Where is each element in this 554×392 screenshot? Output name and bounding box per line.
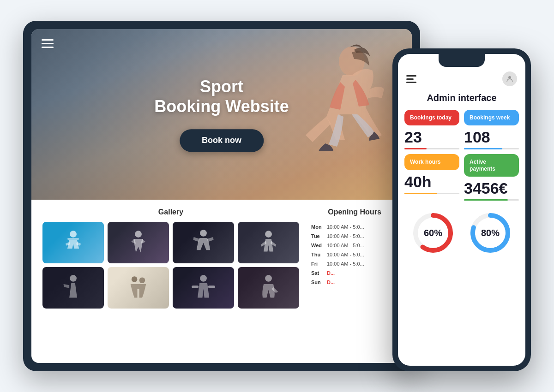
stat-label-bookings-week: Bookings week — [464, 110, 519, 125]
hours-row-tue: Tue 10:00 AM - 5:0... — [309, 232, 400, 240]
stat-bar-bookings-today — [404, 148, 459, 149]
gallery-item-3[interactable] — [173, 222, 234, 263]
svg-point-7 — [132, 276, 138, 282]
hours-row-sat: Sat D... — [309, 269, 400, 277]
phone-notch — [439, 54, 485, 67]
stat-bar-bookings-week — [464, 148, 519, 149]
svg-point-3 — [135, 231, 142, 238]
scene: Sport Booking Website Book now Gallery — [23, 12, 531, 380]
tablet-device: Sport Booking Website Book now Gallery — [23, 21, 420, 371]
phone-screen: Admin interface Bookings today 23 Bookin… — [398, 54, 525, 366]
stat-card-bookings-today: Bookings today 23 — [404, 110, 459, 149]
opening-hours-title: Opening Hours — [308, 208, 401, 216]
svg-point-8 — [139, 277, 145, 283]
phone-avatar[interactable] — [502, 71, 517, 86]
gallery-section: Gallery — [42, 208, 299, 355]
svg-rect-2 — [67, 238, 79, 240]
stat-card-active-payments: Active payments 3456€ — [464, 154, 519, 201]
hours-row-fri: Fri 10:00 AM - 5:0... — [309, 260, 400, 268]
stat-card-bookings-week: Bookings week 108 — [464, 110, 519, 149]
phone-header — [398, 67, 525, 91]
svg-point-13 — [508, 76, 511, 79]
gallery-grid — [42, 222, 299, 309]
svg-point-6 — [70, 275, 77, 282]
opening-hours-section: Opening Hours Mon 10:00 AM - 5:0... Tue … — [308, 208, 401, 355]
gallery-item-5[interactable] — [42, 267, 104, 309]
svg-point-9 — [200, 275, 207, 282]
hero-text-block: Sport Booking Website Book now — [154, 77, 289, 152]
hours-row-wed: Wed 10:00 AM - 5:0... — [309, 241, 400, 249]
tablet-screen: Sport Booking Website Book now Gallery — [31, 29, 412, 363]
stat-value-bookings-week: 108 — [464, 128, 519, 146]
stat-value-active-payments: 3456€ — [464, 179, 519, 197]
hero-title: Sport Booking Website — [154, 77, 289, 116]
phone-device: Admin interface Bookings today 23 Bookin… — [392, 48, 531, 371]
stats-grid: Bookings today 23 Bookings week 108 — [398, 110, 525, 201]
gallery-item-1[interactable] — [42, 222, 104, 263]
svg-point-5 — [265, 231, 272, 238]
gallery-item-7[interactable] — [173, 267, 234, 309]
donut-chart-80: 80% — [467, 210, 513, 361]
tablet-menu-icon[interactable] — [42, 39, 54, 48]
admin-interface-title: Admin interface — [398, 91, 525, 110]
svg-point-1 — [70, 231, 77, 238]
book-now-button[interactable]: Book now — [180, 130, 264, 152]
svg-rect-11 — [208, 285, 215, 288]
svg-rect-10 — [192, 285, 199, 288]
tablet-content: Gallery — [31, 200, 412, 363]
charts-row: 60% 80% — [398, 201, 525, 366]
stat-bar-work-hours — [404, 193, 459, 194]
gallery-item-8[interactable] — [238, 267, 299, 309]
donut-chart-60: 60% — [410, 210, 456, 361]
hours-row-mon: Mon 10:00 AM - 5:0... — [309, 223, 400, 231]
gallery-item-2[interactable] — [108, 222, 169, 263]
hours-row-sun: Sun D... — [309, 278, 400, 286]
svg-point-12 — [265, 275, 272, 282]
stat-card-work-hours: Work hours 40h — [404, 154, 459, 201]
phone-menu-icon[interactable] — [406, 75, 416, 83]
stat-value-work-hours: 40h — [404, 173, 459, 191]
hero-section: Sport Booking Website Book now — [31, 29, 412, 200]
svg-point-4 — [200, 230, 207, 237]
gallery-item-4[interactable] — [238, 222, 299, 263]
hours-row-thu: Thu 10:00 AM - 5:0... — [309, 250, 400, 259]
stat-label-bookings-today: Bookings today — [404, 110, 459, 125]
gallery-item-6[interactable] — [108, 267, 169, 309]
donut-label-80: 80% — [467, 210, 513, 256]
stat-label-active-payments: Active payments — [464, 154, 519, 177]
hours-table: Mon 10:00 AM - 5:0... Tue 10:00 AM - 5:0… — [308, 222, 401, 287]
donut-label-60: 60% — [410, 210, 456, 256]
stat-value-bookings-today: 23 — [404, 128, 459, 146]
stat-label-work-hours: Work hours — [404, 154, 459, 170]
gallery-title: Gallery — [42, 208, 299, 216]
